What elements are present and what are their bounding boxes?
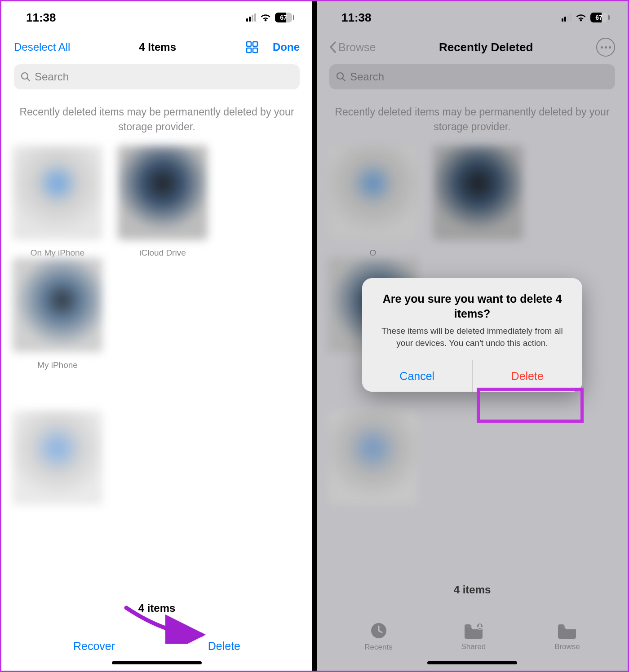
tab-label: Recents	[364, 643, 392, 652]
screenshot-divider	[312, 1, 317, 671]
svg-rect-2	[247, 48, 251, 53]
status-indicators: 67	[562, 13, 610, 22]
home-indicator	[427, 661, 517, 664]
phone-right: 11:38 67 Browse Recently Deleted Sear	[317, 1, 628, 671]
nav-title: 4 Items	[139, 41, 176, 53]
home-indicator	[112, 661, 202, 664]
items-count: 4 items	[317, 584, 628, 621]
file-label: On My iPhone	[31, 248, 84, 258]
file-label: iCloud Drive	[139, 248, 186, 258]
status-indicators: 67	[246, 13, 294, 22]
shared-folder-icon	[463, 622, 484, 640]
nav-bar: Browse Recently Deleted	[317, 34, 628, 61]
tab-browse[interactable]: Browse	[554, 622, 580, 651]
dialog-title: Are you sure you want to delete 4 items?	[375, 292, 570, 321]
dialog-cancel-button[interactable]: Cancel	[362, 360, 473, 392]
file-item[interactable]: O	[326, 146, 420, 258]
nav-title: Recently Deleted	[439, 40, 533, 54]
search-icon	[336, 71, 346, 82]
file-item[interactable]: On My iPhone	[10, 146, 105, 258]
info-notice: Recently deleted items may be permanentl…	[317, 96, 628, 146]
info-notice: Recently deleted items may be permanentl…	[1, 96, 312, 146]
svg-rect-1	[253, 42, 257, 46]
file-item[interactable]: My iPhone	[10, 258, 105, 370]
tab-label: Shared	[461, 642, 486, 651]
file-thumbnail	[13, 258, 102, 352]
file-thumbnail	[328, 411, 418, 505]
delete-button[interactable]: Delete	[208, 640, 240, 653]
svg-rect-0	[247, 42, 251, 46]
file-item[interactable]	[10, 411, 105, 513]
items-grid-row2	[317, 411, 628, 505]
folder-icon	[556, 622, 578, 640]
svg-line-5	[27, 78, 30, 81]
file-label: O	[370, 248, 377, 258]
tab-recents[interactable]: Recents	[364, 621, 392, 652]
cellular-icon	[246, 13, 256, 22]
view-grid-icon[interactable]	[245, 40, 259, 54]
search-field[interactable]: Search	[329, 64, 615, 89]
tab-label: Browse	[554, 642, 580, 651]
dialog-delete-button[interactable]: Delete	[473, 360, 583, 392]
done-button[interactable]: Done	[273, 41, 300, 53]
clock-icon	[369, 621, 388, 640]
file-label: My iPhone	[37, 360, 78, 370]
deselect-all-button[interactable]: Deselect All	[14, 41, 70, 53]
status-bar: 11:38 67	[1, 1, 312, 34]
back-label: Browse	[338, 41, 376, 54]
phone-left: 11:38 67 Deselect All 4 Items	[1, 1, 312, 671]
search-field[interactable]: Search	[14, 64, 300, 89]
file-thumbnail	[13, 411, 102, 505]
file-item[interactable]	[326, 411, 420, 505]
nav-bar: Deselect All 4 Items Done	[1, 34, 312, 61]
status-bar: 11:38 67	[317, 1, 628, 34]
more-button[interactable]	[596, 38, 615, 57]
search-placeholder: Search	[35, 71, 69, 83]
search-icon	[20, 71, 31, 82]
items-grid-row2	[1, 411, 312, 513]
tab-shared[interactable]: Shared	[461, 622, 486, 651]
file-thumbnail	[118, 146, 208, 240]
items-grid: On My iPhone iCloud Drive My iPhone	[1, 146, 312, 370]
file-item[interactable]	[431, 146, 525, 258]
items-count: 4 items	[1, 602, 312, 640]
back-button[interactable]: Browse	[329, 41, 376, 54]
file-item[interactable]: iCloud Drive	[115, 146, 210, 258]
wifi-icon	[260, 13, 271, 22]
svg-line-7	[342, 78, 345, 81]
chevron-left-icon	[329, 41, 337, 53]
svg-point-10	[478, 624, 481, 627]
recover-button[interactable]: Recover	[73, 640, 115, 653]
action-bar: Recover Delete	[1, 640, 312, 671]
file-thumbnail	[328, 146, 418, 240]
battery-icon: 67	[590, 13, 610, 22]
annotation-highlight	[477, 388, 584, 423]
file-thumbnail	[433, 146, 523, 240]
search-placeholder: Search	[350, 71, 384, 83]
status-time: 11:38	[26, 11, 56, 25]
svg-rect-3	[253, 48, 257, 53]
wifi-icon	[575, 13, 587, 22]
file-thumbnail	[13, 146, 102, 240]
battery-icon: 67	[275, 13, 294, 22]
cellular-icon	[562, 13, 571, 22]
status-time: 11:38	[341, 11, 372, 25]
dialog-message: These items will be deleted immediately …	[375, 325, 570, 349]
confirm-dialog: Are you sure you want to delete 4 items?…	[362, 278, 582, 392]
